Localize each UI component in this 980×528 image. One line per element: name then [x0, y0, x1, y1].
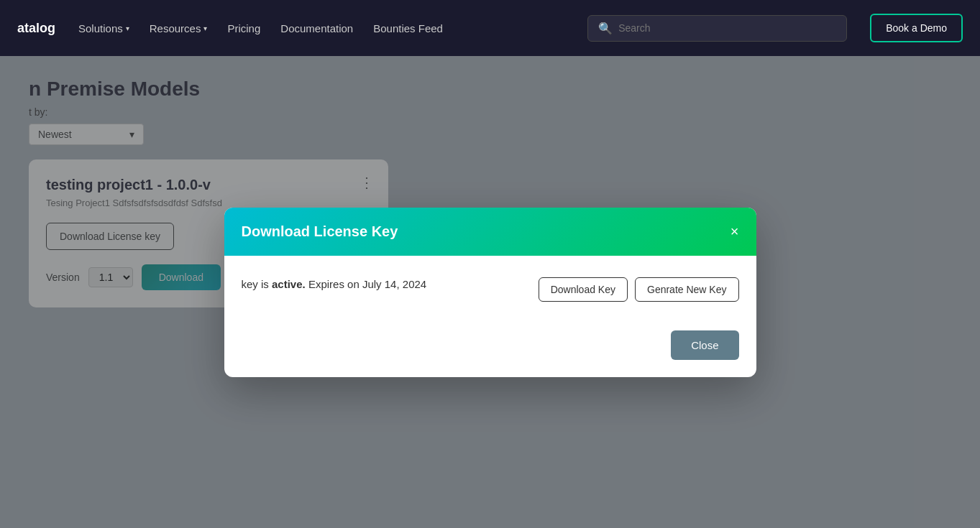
nav-link-pricing[interactable]: Pricing — [227, 22, 260, 34]
search-icon: 🔍 — [598, 22, 613, 35]
modal-body: key is active. Expires on July 14, 2024 … — [224, 256, 756, 323]
resources-dropdown-arrow: ▾ — [203, 24, 207, 32]
key-status-bold: active. — [272, 278, 306, 290]
page-background: n Premise Models t by: Newest ▾ ⋮ testin… — [0, 56, 980, 528]
nav-link-bounties[interactable]: Bounties Feed — [373, 22, 443, 34]
navbar-brand: atalog — [17, 21, 55, 36]
solutions-dropdown-arrow: ▾ — [126, 24, 129, 32]
download-license-modal: Download License Key × key is active. Ex… — [224, 208, 756, 377]
search-box[interactable]: 🔍 — [587, 15, 847, 42]
modal-title: Download License Key — [242, 223, 398, 240]
modal-footer: Close — [224, 323, 756, 377]
modal-close-button[interactable]: × — [731, 224, 739, 238]
modal-action-buttons: Download Key Genrate New Key — [539, 277, 739, 302]
modal-header: Download License Key × — [224, 208, 756, 256]
search-input[interactable] — [618, 22, 836, 34]
modal-close-gray-button[interactable]: Close — [671, 330, 738, 360]
nav-link-resources[interactable]: Resources ▾ — [150, 22, 208, 34]
key-status-text: key is active. Expires on July 14, 2024 — [242, 278, 427, 290]
download-key-button[interactable]: Download Key — [539, 277, 628, 302]
navbar: atalog Solutions ▾ Resources ▾ Pricing D… — [0, 0, 980, 56]
nav-links: Solutions ▾ Resources ▾ Pricing Document… — [78, 22, 564, 34]
key-status-row: key is active. Expires on July 14, 2024 … — [242, 277, 739, 309]
nav-link-solutions[interactable]: Solutions ▾ — [78, 22, 129, 34]
nav-link-documentation[interactable]: Documentation — [280, 22, 353, 34]
book-demo-button[interactable]: Book a Demo — [870, 14, 963, 42]
generate-key-button[interactable]: Genrate New Key — [635, 277, 739, 302]
modal-overlay: Download License Key × key is active. Ex… — [0, 56, 980, 528]
